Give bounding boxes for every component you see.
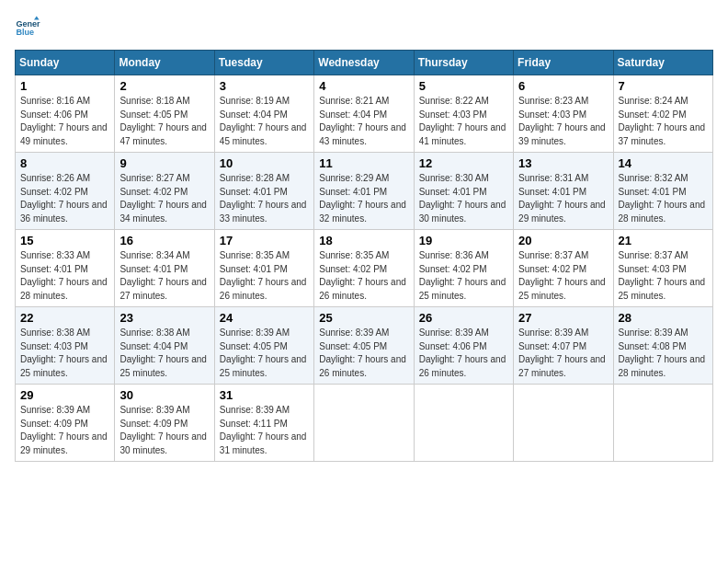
day-number: 8	[20, 156, 109, 170]
weekday-header-cell: Tuesday	[214, 51, 313, 75]
day-info: Sunrise: 8:39 AMSunset: 4:05 PMDaylight:…	[220, 327, 309, 380]
calendar-cell: 30Sunrise: 8:39 AMSunset: 4:09 PMDayligh…	[115, 385, 214, 462]
calendar-week-row: 8Sunrise: 8:26 AMSunset: 4:02 PMDaylight…	[16, 153, 713, 230]
day-number: 29	[20, 388, 109, 402]
calendar-cell: 14Sunrise: 8:32 AMSunset: 4:01 PMDayligh…	[613, 153, 712, 230]
day-info: Sunrise: 8:27 AMSunset: 4:02 PMDaylight:…	[119, 172, 209, 225]
day-info: Sunrise: 8:29 AMSunset: 4:01 PMDaylight:…	[319, 172, 408, 225]
calendar-cell: 13Sunrise: 8:31 AMSunset: 4:01 PMDayligh…	[514, 153, 613, 230]
day-info: Sunrise: 8:28 AMSunset: 4:01 PMDaylight:…	[220, 172, 309, 225]
day-number: 15	[20, 234, 109, 247]
calendar-cell: 2Sunrise: 8:18 AMSunset: 4:05 PMDaylight…	[115, 75, 214, 153]
calendar-cell: 17Sunrise: 8:35 AMSunset: 4:01 PMDayligh…	[214, 230, 313, 307]
day-number: 4	[319, 79, 408, 93]
svg-text:Blue: Blue	[16, 28, 34, 37]
calendar-cell: 29Sunrise: 8:39 AMSunset: 4:09 PMDayligh…	[16, 385, 115, 462]
calendar-week-row: 22Sunrise: 8:38 AMSunset: 4:03 PMDayligh…	[16, 307, 713, 385]
day-info: Sunrise: 8:39 AMSunset: 4:07 PMDaylight:…	[518, 327, 608, 380]
calendar-cell: 25Sunrise: 8:39 AMSunset: 4:05 PMDayligh…	[314, 307, 414, 385]
weekday-header-cell: Wednesday	[314, 51, 414, 75]
day-number: 23	[119, 311, 209, 325]
day-info: Sunrise: 8:37 AMSunset: 4:02 PMDaylight:…	[518, 249, 608, 303]
day-info: Sunrise: 8:39 AMSunset: 4:09 PMDaylight:…	[119, 404, 209, 457]
weekday-header-cell: Monday	[115, 51, 214, 75]
calendar-cell	[414, 385, 513, 462]
day-info: Sunrise: 8:30 AMSunset: 4:01 PMDaylight:…	[419, 172, 508, 225]
day-info: Sunrise: 8:39 AMSunset: 4:06 PMDaylight:…	[419, 327, 508, 380]
calendar-cell: 11Sunrise: 8:29 AMSunset: 4:01 PMDayligh…	[314, 153, 414, 230]
day-number: 17	[220, 234, 309, 247]
calendar-cell: 31Sunrise: 8:39 AMSunset: 4:11 PMDayligh…	[214, 385, 313, 462]
calendar-week-row: 15Sunrise: 8:33 AMSunset: 4:01 PMDayligh…	[16, 230, 713, 307]
day-number: 31	[220, 388, 309, 402]
calendar-cell: 12Sunrise: 8:30 AMSunset: 4:01 PMDayligh…	[414, 153, 513, 230]
day-info: Sunrise: 8:38 AMSunset: 4:03 PMDaylight:…	[20, 327, 109, 380]
day-number: 11	[319, 156, 408, 170]
day-number: 1	[20, 79, 109, 93]
day-info: Sunrise: 8:16 AMSunset: 4:06 PMDaylight:…	[20, 95, 109, 148]
day-number: 30	[119, 388, 209, 402]
day-number: 3	[220, 79, 309, 93]
calendar-cell	[514, 385, 613, 462]
day-number: 5	[419, 79, 508, 93]
calendar-cell: 1Sunrise: 8:16 AMSunset: 4:06 PMDaylight…	[16, 75, 115, 153]
calendar-body: 1Sunrise: 8:16 AMSunset: 4:06 PMDaylight…	[16, 75, 713, 462]
day-number: 2	[119, 79, 209, 93]
day-info: Sunrise: 8:33 AMSunset: 4:01 PMDaylight:…	[20, 249, 109, 303]
day-info: Sunrise: 8:35 AMSunset: 4:02 PMDaylight:…	[319, 249, 408, 303]
calendar-cell: 3Sunrise: 8:19 AMSunset: 4:04 PMDaylight…	[214, 75, 313, 153]
svg-text:General: General	[16, 19, 40, 29]
logo-icon: General Blue	[15, 15, 40, 40]
day-number: 24	[220, 311, 309, 325]
day-info: Sunrise: 8:23 AMSunset: 4:03 PMDaylight:…	[518, 95, 608, 148]
day-info: Sunrise: 8:34 AMSunset: 4:01 PMDaylight:…	[119, 249, 209, 303]
calendar-cell: 18Sunrise: 8:35 AMSunset: 4:02 PMDayligh…	[314, 230, 414, 307]
day-number: 22	[20, 311, 109, 325]
day-number: 9	[119, 156, 209, 170]
calendar-cell: 22Sunrise: 8:38 AMSunset: 4:03 PMDayligh…	[16, 307, 115, 385]
calendar-cell	[314, 385, 414, 462]
calendar-cell: 20Sunrise: 8:37 AMSunset: 4:02 PMDayligh…	[514, 230, 613, 307]
day-number: 26	[419, 311, 508, 325]
day-info: Sunrise: 8:19 AMSunset: 4:04 PMDaylight:…	[220, 95, 309, 148]
day-info: Sunrise: 8:24 AMSunset: 4:02 PMDaylight:…	[619, 95, 708, 148]
day-info: Sunrise: 8:36 AMSunset: 4:02 PMDaylight:…	[419, 249, 508, 303]
day-info: Sunrise: 8:35 AMSunset: 4:01 PMDaylight:…	[220, 249, 309, 303]
calendar-cell: 8Sunrise: 8:26 AMSunset: 4:02 PMDaylight…	[16, 153, 115, 230]
calendar-cell: 7Sunrise: 8:24 AMSunset: 4:02 PMDaylight…	[613, 75, 712, 153]
day-number: 19	[419, 234, 508, 247]
day-info: Sunrise: 8:21 AMSunset: 4:04 PMDaylight:…	[319, 95, 408, 148]
day-number: 6	[518, 79, 608, 93]
calendar-cell: 6Sunrise: 8:23 AMSunset: 4:03 PMDaylight…	[514, 75, 613, 153]
day-info: Sunrise: 8:39 AMSunset: 4:08 PMDaylight:…	[619, 327, 708, 380]
day-number: 7	[619, 79, 708, 93]
calendar-cell: 4Sunrise: 8:21 AMSunset: 4:04 PMDaylight…	[314, 75, 414, 153]
day-info: Sunrise: 8:39 AMSunset: 4:05 PMDaylight:…	[319, 327, 408, 380]
day-info: Sunrise: 8:39 AMSunset: 4:09 PMDaylight:…	[20, 404, 109, 457]
calendar-table: SundayMondayTuesdayWednesdayThursdayFrid…	[15, 50, 713, 462]
calendar-cell: 19Sunrise: 8:36 AMSunset: 4:02 PMDayligh…	[414, 230, 513, 307]
logo: General Blue	[15, 15, 40, 40]
calendar-cell: 24Sunrise: 8:39 AMSunset: 4:05 PMDayligh…	[214, 307, 313, 385]
day-number: 25	[319, 311, 408, 325]
calendar-week-row: 29Sunrise: 8:39 AMSunset: 4:09 PMDayligh…	[16, 385, 713, 462]
day-number: 14	[619, 156, 708, 170]
day-info: Sunrise: 8:22 AMSunset: 4:03 PMDaylight:…	[419, 95, 508, 148]
day-number: 16	[119, 234, 209, 247]
day-info: Sunrise: 8:39 AMSunset: 4:11 PMDaylight:…	[220, 404, 309, 457]
calendar-cell: 23Sunrise: 8:38 AMSunset: 4:04 PMDayligh…	[115, 307, 214, 385]
calendar-cell: 26Sunrise: 8:39 AMSunset: 4:06 PMDayligh…	[414, 307, 513, 385]
day-number: 21	[619, 234, 708, 247]
calendar-cell: 9Sunrise: 8:27 AMSunset: 4:02 PMDaylight…	[115, 153, 214, 230]
calendar-cell: 21Sunrise: 8:37 AMSunset: 4:03 PMDayligh…	[613, 230, 712, 307]
calendar-cell: 28Sunrise: 8:39 AMSunset: 4:08 PMDayligh…	[613, 307, 712, 385]
calendar-cell: 15Sunrise: 8:33 AMSunset: 4:01 PMDayligh…	[16, 230, 115, 307]
day-number: 10	[220, 156, 309, 170]
day-info: Sunrise: 8:37 AMSunset: 4:03 PMDaylight:…	[619, 249, 708, 303]
svg-marker-2	[34, 16, 40, 19]
weekday-header-cell: Sunday	[16, 51, 115, 75]
day-info: Sunrise: 8:38 AMSunset: 4:04 PMDaylight:…	[119, 327, 209, 380]
calendar-cell	[613, 385, 712, 462]
day-info: Sunrise: 8:32 AMSunset: 4:01 PMDaylight:…	[619, 172, 708, 225]
day-info: Sunrise: 8:31 AMSunset: 4:01 PMDaylight:…	[518, 172, 608, 225]
